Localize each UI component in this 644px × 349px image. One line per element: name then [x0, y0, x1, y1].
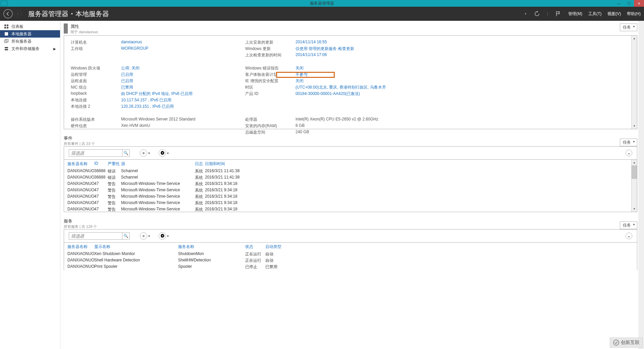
services-filter-options-button[interactable]: ≡▼: [140, 232, 147, 240]
servers-icon: [4, 39, 9, 44]
prop-value-local-conn2[interactable]: 120.26.233.151 , IPv6 已启用: [121, 104, 242, 109]
prop-label: 操作系统版本: [71, 117, 118, 122]
menu-tools[interactable]: 工具(T): [588, 11, 601, 17]
prop-value-err-report[interactable]: 关闭: [296, 65, 416, 71]
services-filter-input[interactable]: [69, 232, 122, 240]
prop-value-timezone[interactable]: (UTC+08:00)北京, 重庆, 香港特别行政区, 乌鲁木齐: [296, 85, 416, 90]
col-server[interactable]: 服务器名称: [67, 161, 94, 167]
svg-rect-1: [7, 24, 8, 26]
close-button[interactable]: ✕: [634, 0, 644, 7]
prop-value-computer-name[interactable]: danxiaonuo: [121, 40, 242, 45]
flag-icon[interactable]: [554, 10, 562, 18]
table-row[interactable]: DANXIAONUO47警告Microsoft-Windows-Time-Ser…: [64, 194, 637, 200]
table-row[interactable]: DANXIAONUO47警告Microsoft-Windows-Time-Ser…: [64, 200, 637, 206]
breadcrumb: 服务器管理器 • 本地服务器: [28, 9, 109, 18]
sidebar-item-label: 本地服务器: [11, 31, 32, 37]
table-row[interactable]: DANXIAONUO36888错误Schannel系统2016/3/21 11:…: [64, 174, 637, 181]
prop-label: 上次检查更新的时间: [245, 52, 292, 58]
app-header: 服务器管理器 • 本地服务器 ▼ | 管理(M) 工具(T) 视图(V) 帮助(…: [0, 7, 644, 21]
col-display[interactable]: 显示名称: [94, 244, 178, 250]
menu-manage[interactable]: 管理(M): [568, 11, 582, 17]
prop-value-loopback[interactable]: 由 DHCP 分配的 IPv4 地址, IPv6 已启用: [121, 91, 242, 97]
prop-value-remote-desktop[interactable]: 已启用: [121, 78, 242, 84]
nav-back-button[interactable]: [3, 9, 13, 18]
services-save-query-button[interactable]: 🅗▼: [159, 232, 166, 240]
services-tasks-button[interactable]: 任务: [620, 221, 637, 229]
events-tasks-button[interactable]: 任务: [620, 139, 637, 146]
properties-title: 属性: [70, 23, 620, 30]
prop-label: NIC 组合: [71, 85, 118, 90]
prop-value-local-conn[interactable]: 10.117.54.157 , IPv6 已启用: [121, 97, 242, 103]
events-table: 服务器名称 ID 严重性 源 日志 日期和时间 DANXIAONUO36888错…: [64, 159, 637, 212]
prop-label: 本地连接: [71, 97, 118, 103]
prop-label: 时区: [245, 85, 292, 90]
prop-label: 远程桌面: [71, 78, 118, 84]
col-start[interactable]: 启动类型: [265, 244, 299, 250]
prop-label: Windows 防火墙: [71, 65, 118, 71]
breadcrumb-root[interactable]: 服务器管理器: [28, 9, 68, 18]
services-filter-bar: 🔍 ≡▼ 🅗▼ ⌄: [64, 229, 637, 242]
col-source[interactable]: 源: [121, 161, 195, 167]
prop-value-ie-sec[interactable]: 关闭: [296, 78, 416, 84]
prop-value-last-check[interactable]: 2014/11/14 17:06: [296, 52, 416, 58]
properties-scrollbar[interactable]: ▲ ▼: [631, 36, 637, 129]
col-name[interactable]: 服务名称: [178, 244, 245, 250]
prop-label: 远程管理: [71, 72, 118, 78]
prop-value-nic-team[interactable]: 已禁用: [121, 85, 242, 90]
col-status[interactable]: 状态: [245, 244, 265, 250]
events-subtitle: 所有事件 | 共 23 个: [64, 141, 95, 146]
table-row[interactable]: DANXIAONUO47警告Microsoft-Windows-Time-Ser…: [64, 187, 637, 194]
search-icon[interactable]: 🔍: [122, 149, 130, 157]
col-server[interactable]: 服务器名称: [67, 244, 94, 250]
events-filter-options-button[interactable]: ≡▼: [140, 149, 147, 157]
nav-forward-button[interactable]: [14, 10, 21, 17]
prop-label: Windows 更新: [245, 46, 292, 52]
prop-value-win-update[interactable]: 仅使用 管理的更新服务 检查更新: [296, 46, 416, 52]
table-row[interactable]: DANXIAONUOPrint SpoolerSpooler已停止已禁用: [64, 264, 637, 270]
maximize-button[interactable]: ☐: [624, 0, 634, 7]
prop-value-workgroup[interactable]: WORKGROUP: [121, 46, 242, 52]
prop-value-last-update[interactable]: 2014/11/14 16:55: [296, 40, 416, 45]
services-title: 服务: [64, 218, 97, 224]
table-row[interactable]: DANXIAONUOShell Hardware DetectionShellH…: [64, 257, 637, 264]
server-icon: [4, 32, 9, 36]
prop-value-cust-exp[interactable]: 不参与: [296, 72, 416, 78]
separator-icon: |: [547, 11, 548, 16]
sidebar-item-all-servers[interactable]: 所有服务器: [0, 38, 60, 45]
services-expand-button[interactable]: ⌄: [626, 233, 632, 239]
table-row[interactable]: DANXIAONUO36888错误Schannel系统2016/3/21 11:…: [64, 168, 637, 174]
prop-label: 本地连接 2: [71, 104, 118, 109]
svg-rect-7: [5, 47, 8, 48]
col-id[interactable]: ID: [94, 161, 108, 167]
table-row[interactable]: DANXIAONUO47警告Microsoft-Windows-Time-Ser…: [64, 181, 637, 187]
table-row[interactable]: DANXIAONUOXen Shutdown MonitorShutdownMo…: [64, 251, 637, 257]
events-title: 事件: [64, 135, 95, 141]
menu-view[interactable]: 视图(V): [607, 11, 621, 17]
refresh-dropdown-icon[interactable]: ▼: [524, 12, 527, 15]
prop-label: 产品 ID: [245, 91, 292, 97]
events-scrollbar[interactable]: ▲ ▼: [631, 160, 637, 212]
col-severity[interactable]: 严重性: [108, 161, 121, 167]
menu-help[interactable]: 帮助(H): [627, 11, 641, 17]
prop-label: 客户体验改善计划: [245, 72, 292, 78]
refresh-icon[interactable]: [533, 10, 541, 18]
events-expand-button[interactable]: ⌄: [626, 150, 632, 156]
prop-value-product-id[interactable]: 00184-30000-00001-AA420(已激活): [296, 91, 416, 97]
col-datetime[interactable]: 日期和时间: [205, 161, 272, 167]
prop-value-remote-mgmt[interactable]: 已启用: [121, 72, 242, 78]
sidebar-item-file-storage[interactable]: 文件和存储服务 ▶: [0, 45, 60, 52]
page-scrollbar[interactable]: [638, 21, 644, 349]
prop-label: 上次安装的更新: [245, 40, 292, 45]
events-save-query-button[interactable]: 🅗▼: [159, 149, 166, 157]
events-filter-input[interactable]: [69, 149, 122, 157]
prop-value-firewall[interactable]: 公用: 关闭: [121, 65, 242, 71]
properties-tasks-button[interactable]: 任务: [620, 23, 637, 31]
watermark-logo: 创新互联: [610, 338, 643, 348]
events-filter-bar: 🔍 ≡▼ 🅗▼ ⌄: [64, 146, 637, 159]
sidebar-item-local-server[interactable]: 本地服务器: [0, 30, 60, 38]
col-log[interactable]: 日志: [195, 161, 205, 167]
sidebar-item-dashboard[interactable]: 仪表板: [0, 23, 60, 30]
table-row[interactable]: DANXIAONUO47警告Microsoft-Windows-Time-Ser…: [64, 206, 637, 212]
search-icon[interactable]: 🔍: [122, 232, 130, 240]
minimize-button[interactable]: —: [614, 0, 624, 7]
